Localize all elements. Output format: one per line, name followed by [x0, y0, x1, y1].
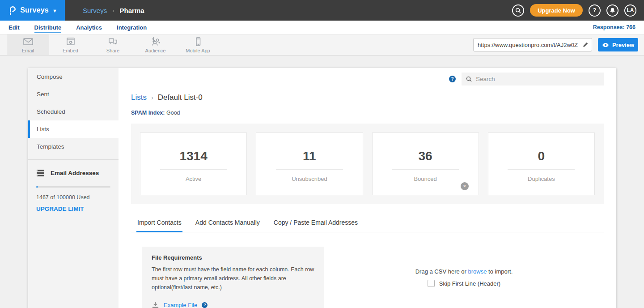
example-file-row: Example File ? — [152, 301, 314, 308]
sidebar-item-lists[interactable]: Lists — [28, 120, 119, 138]
list-breadcrumb: Lists › Default List-0 — [131, 93, 604, 102]
dropzone-text-before: Drag a CSV here or — [415, 268, 468, 275]
channel-mobile-app[interactable]: Mobile App — [177, 34, 219, 55]
stat-label: Active — [186, 175, 201, 182]
channel-label: Mobile App — [186, 48, 210, 53]
edit-url-button[interactable] — [579, 38, 592, 51]
help-button[interactable]: ? — [589, 4, 601, 17]
list-stats-panel: 1314 Active 11 Unsubscribed 36 Bounced ✕ — [131, 124, 604, 204]
content-area: Compose Sent Scheduled Lists Templates — [0, 56, 644, 308]
email-addresses-title: Email Addresses — [51, 170, 99, 176]
stat-card-duplicates: 0 Duplicates — [488, 133, 595, 195]
stat-card-active: 1314 Active — [140, 133, 247, 195]
stat-label: Duplicates — [528, 175, 555, 182]
spam-index-value: Good — [166, 110, 180, 116]
usage-text: 1467 of 100000 Used — [36, 194, 110, 201]
sidebar-item-scheduled[interactable]: Scheduled — [28, 103, 119, 120]
upgrade-now-button[interactable]: Upgrade Now — [530, 4, 583, 17]
stat-value: 0 — [538, 149, 545, 163]
question-mark-icon: ? — [593, 7, 596, 13]
breadcrumb-surveys-link[interactable]: Surveys — [83, 7, 107, 14]
header-bar: Surveys › Pharma Upgrade Now ? — [65, 0, 644, 21]
spam-index-row: SPAM Index: Good — [131, 110, 604, 116]
stat-card-bounced: 36 Bounced ✕ — [372, 133, 479, 195]
search-icon — [515, 8, 521, 13]
preview-label: Preview — [612, 42, 634, 48]
tab-import-contacts[interactable]: Import Contacts — [136, 219, 182, 232]
file-requirements-title: File Requirements — [152, 254, 314, 261]
product-switcher[interactable]: Surveys ▼ — [0, 0, 65, 21]
usage-progress-bar — [36, 186, 110, 188]
browse-link[interactable]: browse — [468, 268, 487, 275]
audience-icon — [150, 37, 161, 47]
channel-email[interactable]: Email — [7, 34, 49, 55]
import-contacts-pane: File Requirements The first row must hav… — [131, 247, 604, 308]
example-file-link[interactable]: Example File — [164, 302, 197, 308]
download-icon — [152, 301, 159, 308]
stat-divider — [508, 169, 575, 170]
notifications-button[interactable] — [606, 4, 619, 17]
questionpro-logo-icon — [8, 5, 17, 15]
search-button[interactable] — [512, 4, 524, 17]
channel-audience[interactable]: Audience — [134, 34, 177, 55]
share-bubbles-icon — [108, 37, 118, 47]
survey-nav-tabs: Edit Distribute Analytics Integration Re… — [0, 21, 644, 34]
spam-index-label: SPAM Index: — [131, 110, 165, 116]
usage-progress-fill — [36, 186, 38, 188]
file-requirements-body: The first row must have the field name f… — [152, 265, 314, 292]
breadcrumb-separator: › — [112, 7, 114, 14]
list-icon — [36, 169, 45, 177]
pencil-icon — [582, 42, 589, 48]
email-addresses-header: Email Addresses — [36, 169, 110, 177]
tab-distribute[interactable]: Distribute — [34, 24, 62, 31]
stat-divider — [392, 169, 459, 170]
preview-button[interactable]: Preview — [598, 38, 638, 51]
skip-first-line-checkbox[interactable] — [428, 280, 435, 287]
stat-value: 36 — [419, 149, 432, 163]
stat-divider — [276, 169, 343, 170]
bell-icon — [610, 7, 615, 13]
breadcrumb-separator: › — [151, 94, 153, 101]
envelope-icon — [23, 37, 34, 47]
tab-copy-paste-emails[interactable]: Copy / Paste Email Addresses — [273, 219, 359, 232]
sidebar-item-compose[interactable]: Compose — [28, 68, 119, 86]
current-list-name: Default List-0 — [158, 93, 203, 102]
lists-link[interactable]: Lists — [131, 93, 147, 102]
upgrade-limit-link[interactable]: UPGRADE LIMIT — [36, 205, 84, 212]
channel-embed[interactable]: Embed — [49, 34, 92, 55]
channel-list: Email Embed Share Au — [7, 34, 219, 55]
chevron-down-icon: ▼ — [52, 8, 57, 13]
search-input[interactable] — [476, 76, 599, 82]
tab-edit[interactable]: Edit — [8, 24, 20, 31]
top-header: Surveys ▼ Surveys › Pharma Upgrade Now ? — [0, 0, 644, 21]
email-sidebar-menu: Compose Sent Scheduled Lists Templates — [28, 68, 119, 155]
tab-add-contacts-manually[interactable]: Add Contacts Manually — [195, 219, 261, 232]
breadcrumb: Surveys › Pharma — [83, 7, 144, 14]
avatar[interactable]: LA — [624, 4, 636, 17]
stat-card-unsubscribed: 11 Unsubscribed — [256, 133, 363, 195]
close-icon: ✕ — [463, 184, 466, 188]
help-icon[interactable]: ? — [449, 76, 456, 82]
email-lists-card: Compose Sent Scheduled Lists Templates — [28, 68, 616, 308]
file-requirements-box: File Requirements The first row must hav… — [142, 247, 324, 308]
stat-divider — [160, 169, 227, 170]
tab-analytics[interactable]: Analytics — [76, 24, 102, 31]
skip-first-line-label: Skip First Line (Header) — [439, 280, 500, 287]
channel-share[interactable]: Share — [92, 34, 134, 55]
csv-dropzone[interactable]: Drag a CSV here or browse to import. Ski… — [324, 247, 604, 308]
search-row: ? — [131, 73, 604, 86]
tab-integration[interactable]: Integration — [117, 24, 147, 31]
survey-url-input[interactable] — [474, 42, 579, 48]
channel-label: Embed — [63, 48, 78, 53]
responses-count[interactable]: Responses: 766 — [593, 24, 636, 30]
eye-icon — [602, 43, 609, 47]
email-sidebar: Compose Sent Scheduled Lists Templates — [28, 68, 119, 308]
example-file-help-icon[interactable]: ? — [202, 302, 208, 308]
stat-value: 11 — [303, 149, 316, 163]
sidebar-item-templates[interactable]: Templates — [28, 138, 119, 155]
product-name: Surveys — [20, 6, 49, 14]
clear-bounced-button[interactable]: ✕ — [461, 182, 469, 190]
sidebar-item-sent[interactable]: Sent — [28, 86, 119, 103]
channel-label: Audience — [145, 48, 166, 53]
stat-value: 1314 — [179, 149, 207, 163]
